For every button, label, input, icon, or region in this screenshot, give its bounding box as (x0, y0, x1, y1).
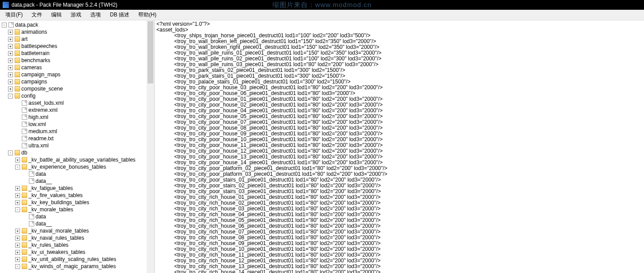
folder-icon (15, 44, 20, 49)
expand-icon[interactable]: + (8, 30, 13, 35)
tree-node-label: _kv_key_buildings_tables (28, 199, 89, 206)
collapse-icon[interactable]: - (15, 207, 20, 212)
menu-options[interactable]: 选项 (86, 10, 105, 20)
tree-node-label: data__ (36, 178, 52, 185)
expand-icon[interactable]: + (8, 58, 13, 63)
tree-node[interactable]: -db (0, 149, 154, 156)
folder-icon (22, 242, 27, 248)
expand-icon[interactable]: + (8, 51, 13, 56)
tree-view[interactable]: -data.pack+animations+art+battlespeeches… (0, 20, 154, 273)
tree-node-label: battleterrain (21, 50, 49, 57)
tree-node[interactable]: high.xml (0, 114, 154, 121)
tree-node-label: readme.txt (28, 135, 54, 142)
folder-icon (22, 157, 27, 162)
tree-node[interactable]: low.xml (0, 121, 154, 128)
menu-help[interactable]: 帮助(H) (134, 10, 161, 20)
tree-node[interactable]: +battlespeeches (0, 43, 154, 50)
tree-node[interactable]: +_kv_ui_tweakers_tables (0, 249, 154, 256)
tree-node[interactable]: -_kv_winds_of_magic_params_tables (0, 263, 154, 270)
tree-node[interactable]: data__ (0, 220, 154, 227)
tree-node-label: _kv_battle_ai_ability_usage_variables_ta… (28, 156, 136, 163)
folder-icon (15, 93, 20, 99)
collapse-icon[interactable]: - (8, 94, 13, 99)
tree-node-label: _kv_fatigue_tables (28, 185, 73, 192)
folder-icon (15, 79, 20, 84)
tree-node[interactable]: data (0, 170, 154, 178)
tree-node[interactable]: ultra.xml (0, 142, 154, 149)
tree-leaf-spacer (15, 122, 20, 127)
tree-node-label: campaigns (21, 78, 47, 85)
tree-node[interactable]: extreme.xml (0, 107, 154, 114)
file-icon (22, 107, 27, 113)
tree-node[interactable]: +_kv_naval_rules_tables (0, 234, 154, 241)
collapse-icon[interactable]: - (8, 150, 13, 155)
file-icon (22, 115, 27, 120)
expand-icon[interactable]: + (15, 186, 20, 191)
tree-node[interactable]: +_kv_fire_values_tables (0, 192, 154, 199)
expand-icon[interactable]: + (15, 236, 20, 241)
tree-node[interactable]: medium.xml (0, 128, 154, 135)
expand-icon[interactable]: + (8, 37, 13, 42)
expand-icon[interactable]: + (15, 229, 20, 233)
expand-icon[interactable]: + (8, 79, 13, 84)
tree-node[interactable]: +battleterrain (0, 50, 154, 57)
expand-icon[interactable]: + (15, 257, 20, 262)
tree-node[interactable]: +art (0, 36, 154, 43)
tree-node-label: benchmarks (21, 57, 50, 64)
expand-icon[interactable]: + (15, 250, 20, 255)
expand-icon[interactable]: + (15, 158, 20, 162)
tree-node[interactable]: -data.pack (0, 21, 154, 28)
menubar: 项目(F) 文件 编辑 游戏 选项 DB 描述 帮助(H) (0, 10, 644, 20)
tree-node[interactable]: -_kv_experience_bonuses_tables (0, 163, 154, 170)
menu-project[interactable]: 项目(F) (1, 10, 27, 20)
tree-node[interactable]: +campaigns (0, 78, 154, 85)
expand-icon[interactable]: + (15, 200, 20, 205)
file-icon (22, 136, 27, 141)
tree-node[interactable]: +_kv_unit_ability_scaling_rules_tables (0, 256, 154, 263)
tree-node[interactable]: data (0, 213, 154, 220)
tree-leaf-spacer (15, 136, 20, 141)
tree-node[interactable]: +campaign_maps (0, 71, 154, 78)
expand-icon[interactable]: + (8, 44, 13, 49)
tree-node[interactable]: +_kv_rules_tables (0, 241, 154, 249)
collapse-icon[interactable]: - (15, 165, 20, 170)
menu-game[interactable]: 游戏 (66, 10, 86, 20)
tree-node-label: _kv_ui_tweakers_tables (28, 249, 85, 256)
expand-icon[interactable]: + (8, 72, 13, 77)
menu-db-desc[interactable]: DB 描述 (105, 10, 134, 20)
tree-node[interactable]: +benchmarks (0, 57, 154, 64)
scrollbar-thumb[interactable] (148, 21, 153, 83)
tree-panel: -data.pack+animations+art+battlespeeches… (0, 20, 155, 273)
menu-file[interactable]: 文件 (27, 10, 47, 20)
collapse-icon[interactable]: - (2, 23, 7, 28)
tree-node[interactable]: +animations (0, 28, 154, 36)
folder-icon (22, 186, 27, 191)
tree-node[interactable]: asset_lods.xml (0, 99, 154, 107)
tree-node[interactable]: -config (0, 92, 154, 99)
tree-node[interactable]: +_kv_naval_morale_tables (0, 227, 154, 234)
tree-node[interactable]: +_kv_battle_ai_ability_usage_variables_t… (0, 156, 154, 163)
tree-leaf-spacer (15, 115, 20, 120)
tree-node[interactable]: -_kv_morale_tables (0, 206, 154, 213)
tree-scrollbar[interactable] (147, 20, 154, 273)
expand-icon[interactable]: + (8, 65, 13, 70)
tree-node-label: _kv_morale_tables (28, 206, 73, 213)
tree-node[interactable]: data__ (0, 178, 154, 185)
file-icon (29, 214, 34, 219)
xml-viewer[interactable]: <?xml version="1.0"?> <asset_lods> <troy… (155, 20, 644, 273)
tree-node[interactable]: +_kv_key_buildings_tables (0, 199, 154, 206)
menu-edit[interactable]: 编辑 (47, 10, 66, 20)
tree-node[interactable]: readme.txt (0, 135, 154, 142)
tree-node-label: campaign_maps (21, 71, 60, 78)
tree-node-label: db (21, 149, 27, 156)
expand-icon[interactable]: + (8, 87, 13, 91)
tree-node[interactable]: +_kv_fatigue_tables (0, 185, 154, 192)
watermark-text: 缩图片来自：www.modmod.cn (272, 0, 372, 10)
window-titlebar: data.pack - Pack File Manager 5.2.4 (TWH… (0, 0, 644, 10)
expand-icon[interactable]: + (15, 243, 20, 248)
tree-node[interactable]: +cameras (0, 64, 154, 71)
tree-node[interactable]: +composite_scene (0, 85, 154, 92)
collapse-icon[interactable]: - (15, 264, 20, 269)
folder-icon (15, 65, 20, 70)
expand-icon[interactable]: + (15, 193, 20, 198)
